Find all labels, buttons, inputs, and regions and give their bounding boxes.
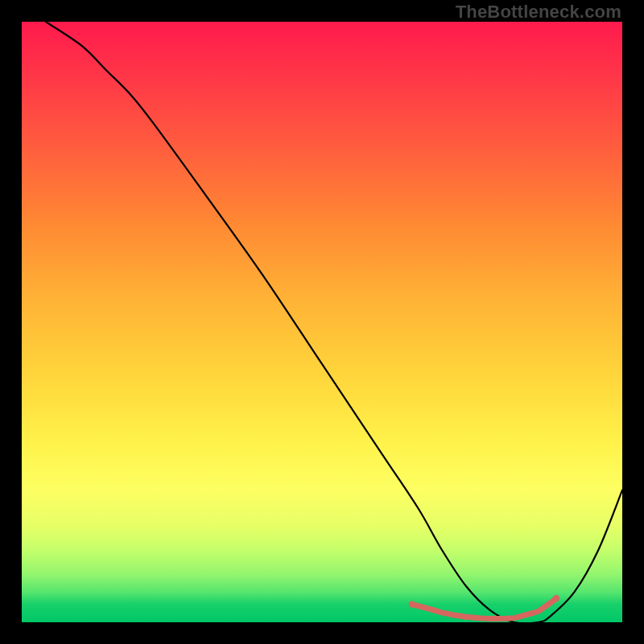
highlight-dot [547,601,553,606]
highlight-dash [468,617,477,617]
highlight-dash [517,613,535,617]
highlight-dash [480,618,489,619]
highlight-dot [440,610,445,616]
highlight-dash [456,615,464,617]
highlight-dash [539,604,548,610]
highlight-dot [452,613,457,618]
highlight-dot [511,615,517,621]
watermark-text: TheBottleneck.com [456,2,621,23]
highlight-dot [499,616,505,621]
bottleneck-curve [46,22,622,623]
chart-frame: TheBottleneck.com [0,0,644,644]
highlight-dot [553,595,559,601]
highlight-dot [487,616,493,621]
highlight-dash [415,605,428,608]
highlight-dot [427,606,433,612]
curve-svg [22,22,622,622]
highlight-dash [431,609,440,612]
highlight-dash [504,618,513,619]
highlight-dot [464,614,469,620]
highlight-dot [409,601,415,607]
highlight-dot [535,609,541,614]
highlight-dot [476,615,481,621]
highlighted-range-markers [409,595,559,621]
plot-area [22,22,622,622]
highlight-dash [444,613,452,614]
